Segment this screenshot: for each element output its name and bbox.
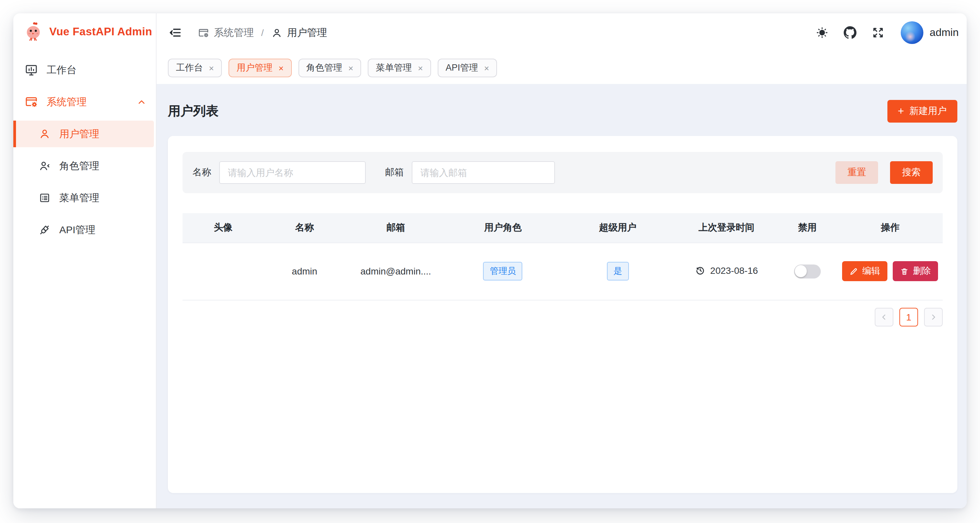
sidebar-item-user-management[interactable]: 用户管理 [13,121,154,147]
name-filter-input[interactable] [219,161,366,184]
sidebar-item-system[interactable]: 系统管理 [13,89,156,115]
email-filter-label: 邮箱 [385,167,404,178]
sun-icon[interactable] [816,26,829,39]
chevron-up-icon [137,97,146,107]
table-header-row: 头像 名称 邮箱 用户角色 超级用户 上次登录时间 禁用 操作 [183,213,943,243]
avatar [901,21,924,44]
disabled-toggle[interactable] [794,264,821,278]
pencil-icon [850,267,858,275]
tab-label: 角色管理 [306,62,342,74]
username-label: admin [930,27,959,39]
breadcrumb-user[interactable]: 用户管理 [271,26,327,39]
sidebar-menu: 工作台 系统管理 [13,41,156,243]
name-cell: admin [264,243,345,300]
edit-label: 编辑 [862,265,880,277]
page-1-button[interactable]: 1 [899,307,918,326]
app-logo[interactable]: Vue FastAPI Admin [13,13,156,41]
system-window-gear-icon [198,27,209,38]
workbench-icon [25,63,38,76]
avatar-cell [183,243,264,300]
add-user-button[interactable]: + 新建用户 [887,100,957,122]
plug-icon [39,224,51,236]
desktop-background: Vue FastAPI Admin 工作台 [0,0,980,523]
menu-fold-icon[interactable] [168,25,183,40]
sidebar-item-api-management[interactable]: API管理 [13,216,156,243]
sidebar-item-menu-management[interactable]: 菜单管理 [13,184,156,211]
page-content: 用户列表 + 新建用户 名称 邮箱 [157,84,967,508]
tab-label: 菜单管理 [376,62,412,74]
github-icon[interactable] [844,26,857,39]
sidebar-item-role-management[interactable]: 角色管理 [13,153,156,179]
expand-fullscreen-icon[interactable] [872,26,885,39]
tab-label: 工作台 [176,62,203,74]
plus-icon: + [898,106,904,117]
header-right: admin [816,21,959,44]
tab-user-management[interactable]: 用户管理 × [229,59,291,77]
sidebar-item-label: API管理 [59,224,95,236]
system-window-gear-icon [25,95,38,109]
superuser-tag: 是 [606,262,628,280]
breadcrumb-label: 系统管理 [214,26,254,39]
reset-button[interactable]: 重置 [835,161,878,184]
name-filter-label: 名称 [192,167,211,178]
tab-menu-management[interactable]: 菜单管理 × [368,59,431,77]
delete-button[interactable]: 删除 [893,261,938,281]
close-icon[interactable]: × [278,64,283,72]
close-icon[interactable]: × [484,64,489,72]
col-actions: 操作 [838,213,943,243]
close-icon[interactable]: × [348,64,353,72]
app-window: Vue FastAPI Admin 工作台 [13,13,967,508]
col-disabled: 禁用 [777,213,838,243]
close-icon[interactable]: × [209,64,214,72]
delete-label: 删除 [913,265,931,277]
clock-history-icon [695,265,706,275]
chevron-left-icon [880,313,888,321]
table-row: admin admin@admin.... 管理员 是 [183,243,943,300]
email-filter-group: 邮箱 [385,161,555,184]
user-icon [39,128,51,140]
last-login-value: 2023-08-16 [710,265,758,275]
role-cell: 管理员 [446,243,560,300]
filter-bar: 名称 邮箱 重置 搜索 [183,152,943,193]
user-menu[interactable]: admin [901,21,959,44]
trash-icon [900,267,909,275]
tab-role-management[interactable]: 角色管理 × [298,59,361,77]
breadcrumb: 系统管理 / 用户管理 [198,26,327,39]
menu-list-icon [39,192,51,204]
top-header: 系统管理 / 用户管理 [157,13,967,52]
col-name: 名称 [264,213,345,243]
add-user-label: 新建用户 [909,105,947,117]
page-head: 用户列表 + 新建用户 [168,84,957,136]
col-email: 邮箱 [345,213,446,243]
header-left: 系统管理 / 用户管理 [168,25,327,40]
sidebar-item-workbench[interactable]: 工作台 [13,57,156,83]
col-avatar: 头像 [183,213,264,243]
disabled-cell [777,243,838,300]
user-icon [271,27,283,38]
email-filter-input[interactable] [412,161,555,184]
pagination: 1 [183,307,943,326]
sidebar-item-label: 菜单管理 [59,192,99,204]
tab-label: API管理 [446,62,478,74]
close-icon[interactable]: × [418,64,423,72]
breadcrumb-label: 用户管理 [287,26,327,39]
search-button[interactable]: 搜索 [890,161,933,184]
last-login-cell: 2023-08-16 [676,243,777,300]
col-role: 用户角色 [446,213,560,243]
tab-label: 用户管理 [237,62,272,74]
breadcrumb-separator: / [261,27,264,38]
prev-page-button[interactable] [875,307,893,326]
role-tag: 管理员 [483,262,523,280]
edit-button[interactable]: 编辑 [842,261,888,281]
sidebar-item-label: 角色管理 [59,160,99,172]
main-area: 系统管理 / 用户管理 [157,13,967,508]
chick-logo-icon [23,21,43,41]
tab-workbench[interactable]: 工作台 × [168,59,222,77]
toggle-knob [795,265,807,277]
tab-api-management[interactable]: API管理 × [438,59,497,77]
email-cell: admin@admin.... [345,243,446,300]
next-page-button[interactable] [924,307,943,326]
tabs-bar: 工作台 × 用户管理 × 角色管理 × 菜单管理 × API管理 × [157,52,967,84]
breadcrumb-system[interactable]: 系统管理 [198,26,254,39]
table-card: 名称 邮箱 重置 搜索 [168,136,957,493]
